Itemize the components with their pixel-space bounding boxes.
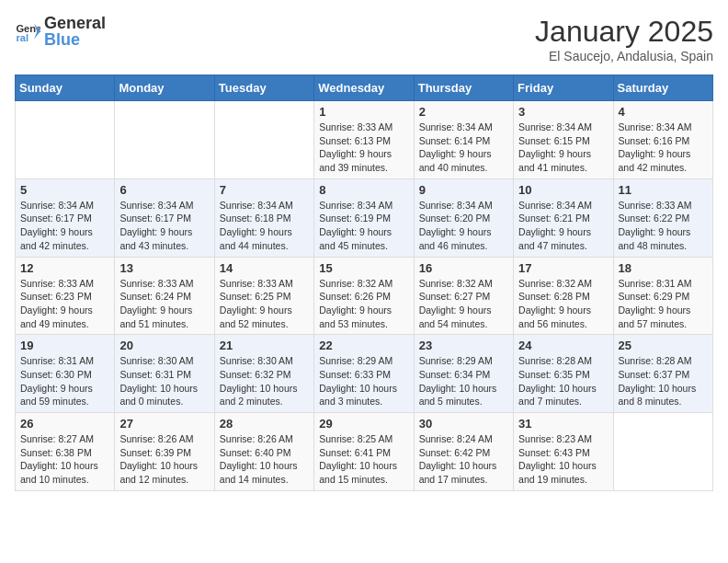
day-info: Sunrise: 8:31 AM Sunset: 6:29 PM Dayligh… — [619, 277, 708, 331]
calendar-cell: 28Sunrise: 8:26 AM Sunset: 6:40 PM Dayli… — [214, 413, 313, 491]
day-number: 14 — [220, 261, 309, 275]
calendar-cell: 22Sunrise: 8:29 AM Sunset: 6:33 PM Dayli… — [314, 335, 414, 413]
day-info: Sunrise: 8:33 AM Sunset: 6:25 PM Dayligh… — [220, 277, 309, 331]
calendar-cell: 1Sunrise: 8:33 AM Sunset: 6:13 PM Daylig… — [314, 101, 414, 179]
day-info: Sunrise: 8:24 AM Sunset: 6:42 PM Dayligh… — [419, 432, 508, 487]
day-info: Sunrise: 8:34 AM Sunset: 6:17 PM Dayligh… — [119, 199, 209, 253]
day-info: Sunrise: 8:34 AM Sunset: 6:16 PM Dayligh… — [619, 121, 708, 175]
calendar-table: SundayMondayTuesdayWednesdayThursdayFrid… — [15, 75, 713, 491]
day-info: Sunrise: 8:30 AM Sunset: 6:32 PM Dayligh… — [220, 354, 309, 408]
weekday-header-row: SundayMondayTuesdayWednesdayThursdayFrid… — [16, 75, 713, 101]
day-number: 22 — [319, 339, 408, 352]
weekday-header-wednesday: Wednesday — [314, 75, 414, 101]
day-info: Sunrise: 8:26 AM Sunset: 6:39 PM Dayligh… — [119, 432, 209, 487]
day-number: 4 — [619, 105, 708, 119]
day-number: 26 — [20, 417, 109, 431]
calendar-cell: 29Sunrise: 8:25 AM Sunset: 6:41 PM Dayli… — [314, 413, 414, 491]
day-number: 5 — [20, 183, 109, 197]
day-number: 20 — [119, 339, 209, 352]
day-info: Sunrise: 8:32 AM Sunset: 6:27 PM Dayligh… — [419, 277, 508, 331]
weekday-header-saturday: Saturday — [613, 75, 712, 101]
day-info: Sunrise: 8:33 AM Sunset: 6:23 PM Dayligh… — [20, 277, 109, 331]
calendar-cell: 6Sunrise: 8:34 AM Sunset: 6:17 PM Daylig… — [115, 178, 214, 257]
calendar-week-4: 19Sunrise: 8:31 AM Sunset: 6:30 PM Dayli… — [16, 335, 713, 413]
day-number: 11 — [619, 183, 708, 197]
day-info: Sunrise: 8:32 AM Sunset: 6:28 PM Dayligh… — [518, 277, 608, 331]
day-info: Sunrise: 8:31 AM Sunset: 6:30 PM Dayligh… — [20, 354, 109, 408]
calendar-cell: 25Sunrise: 8:28 AM Sunset: 6:37 PM Dayli… — [613, 335, 712, 413]
calendar-cell: 5Sunrise: 8:34 AM Sunset: 6:17 PM Daylig… — [16, 178, 115, 257]
calendar-cell: 10Sunrise: 8:34 AM Sunset: 6:21 PM Dayli… — [514, 178, 613, 257]
day-info: Sunrise: 8:28 AM Sunset: 6:35 PM Dayligh… — [518, 354, 608, 408]
calendar-cell — [214, 101, 313, 179]
day-number: 3 — [518, 105, 608, 119]
logo-text-general: General — [44, 15, 106, 31]
calendar-title: January 2025 — [535, 15, 713, 49]
weekday-header-sunday: Sunday — [16, 75, 115, 101]
day-number: 21 — [220, 339, 309, 352]
day-number: 19 — [20, 339, 109, 352]
calendar-week-5: 26Sunrise: 8:27 AM Sunset: 6:38 PM Dayli… — [16, 413, 713, 491]
logo-text-blue: Blue — [44, 31, 106, 48]
day-number: 16 — [419, 261, 508, 275]
day-number: 1 — [319, 105, 408, 119]
day-info: Sunrise: 8:29 AM Sunset: 6:34 PM Dayligh… — [419, 354, 508, 408]
day-info: Sunrise: 8:27 AM Sunset: 6:38 PM Dayligh… — [20, 432, 109, 487]
calendar-cell: 18Sunrise: 8:31 AM Sunset: 6:29 PM Dayli… — [613, 257, 712, 335]
day-number: 18 — [619, 261, 708, 275]
day-number: 10 — [518, 183, 608, 197]
calendar-week-1: 1Sunrise: 8:33 AM Sunset: 6:13 PM Daylig… — [16, 101, 713, 179]
day-info: Sunrise: 8:34 AM Sunset: 6:18 PM Dayligh… — [220, 199, 309, 253]
day-number: 29 — [319, 417, 408, 431]
day-number: 7 — [220, 183, 309, 197]
day-number: 12 — [20, 261, 109, 275]
day-info: Sunrise: 8:33 AM Sunset: 6:13 PM Dayligh… — [319, 121, 408, 175]
calendar-cell: 9Sunrise: 8:34 AM Sunset: 6:20 PM Daylig… — [414, 178, 513, 257]
calendar-cell: 26Sunrise: 8:27 AM Sunset: 6:38 PM Dayli… — [16, 413, 115, 491]
calendar-cell: 23Sunrise: 8:29 AM Sunset: 6:34 PM Dayli… — [414, 335, 513, 413]
day-number: 2 — [419, 105, 508, 119]
calendar-cell: 15Sunrise: 8:32 AM Sunset: 6:26 PM Dayli… — [314, 257, 414, 335]
day-number: 6 — [119, 183, 209, 197]
page-header: Gene ral General Blue January 2025 El Sa… — [15, 15, 713, 63]
day-info: Sunrise: 8:34 AM Sunset: 6:21 PM Dayligh… — [518, 199, 608, 253]
day-number: 24 — [518, 339, 608, 352]
title-section: January 2025 El Saucejo, Andalusia, Spai… — [535, 15, 713, 63]
day-info: Sunrise: 8:25 AM Sunset: 6:41 PM Dayligh… — [319, 432, 408, 487]
day-info: Sunrise: 8:32 AM Sunset: 6:26 PM Dayligh… — [319, 277, 408, 331]
calendar-cell: 8Sunrise: 8:34 AM Sunset: 6:19 PM Daylig… — [314, 178, 414, 257]
day-info: Sunrise: 8:34 AM Sunset: 6:17 PM Dayligh… — [20, 199, 109, 253]
day-number: 25 — [619, 339, 708, 352]
day-number: 27 — [119, 417, 209, 431]
day-number: 8 — [319, 183, 408, 197]
calendar-cell: 2Sunrise: 8:34 AM Sunset: 6:14 PM Daylig… — [414, 101, 513, 179]
calendar-cell: 11Sunrise: 8:33 AM Sunset: 6:22 PM Dayli… — [613, 178, 712, 257]
calendar-cell: 27Sunrise: 8:26 AM Sunset: 6:39 PM Dayli… — [115, 413, 214, 491]
calendar-cell: 12Sunrise: 8:33 AM Sunset: 6:23 PM Dayli… — [16, 257, 115, 335]
day-info: Sunrise: 8:23 AM Sunset: 6:43 PM Dayligh… — [518, 432, 608, 487]
day-number: 13 — [119, 261, 209, 275]
calendar-cell: 24Sunrise: 8:28 AM Sunset: 6:35 PM Dayli… — [514, 335, 613, 413]
logo: Gene ral General Blue — [15, 15, 106, 48]
calendar-week-3: 12Sunrise: 8:33 AM Sunset: 6:23 PM Dayli… — [16, 257, 713, 335]
svg-text:ral: ral — [16, 32, 28, 43]
calendar-cell: 3Sunrise: 8:34 AM Sunset: 6:15 PM Daylig… — [514, 101, 613, 179]
day-number: 17 — [518, 261, 608, 275]
weekday-header-monday: Monday — [115, 75, 214, 101]
day-number: 30 — [419, 417, 508, 431]
weekday-header-friday: Friday — [514, 75, 613, 101]
calendar-cell — [16, 101, 115, 179]
calendar-cell: 13Sunrise: 8:33 AM Sunset: 6:24 PM Dayli… — [115, 257, 214, 335]
calendar-cell — [613, 413, 712, 491]
day-number: 15 — [319, 261, 408, 275]
day-number: 23 — [419, 339, 508, 352]
calendar-cell: 21Sunrise: 8:30 AM Sunset: 6:32 PM Dayli… — [214, 335, 313, 413]
day-info: Sunrise: 8:33 AM Sunset: 6:22 PM Dayligh… — [619, 199, 708, 253]
day-info: Sunrise: 8:34 AM Sunset: 6:20 PM Dayligh… — [419, 199, 508, 253]
day-number: 9 — [419, 183, 508, 197]
day-number: 28 — [220, 417, 309, 431]
day-info: Sunrise: 8:30 AM Sunset: 6:31 PM Dayligh… — [119, 354, 209, 408]
calendar-cell: 16Sunrise: 8:32 AM Sunset: 6:27 PM Dayli… — [414, 257, 513, 335]
calendar-week-2: 5Sunrise: 8:34 AM Sunset: 6:17 PM Daylig… — [16, 178, 713, 257]
calendar-cell: 7Sunrise: 8:34 AM Sunset: 6:18 PM Daylig… — [214, 178, 313, 257]
